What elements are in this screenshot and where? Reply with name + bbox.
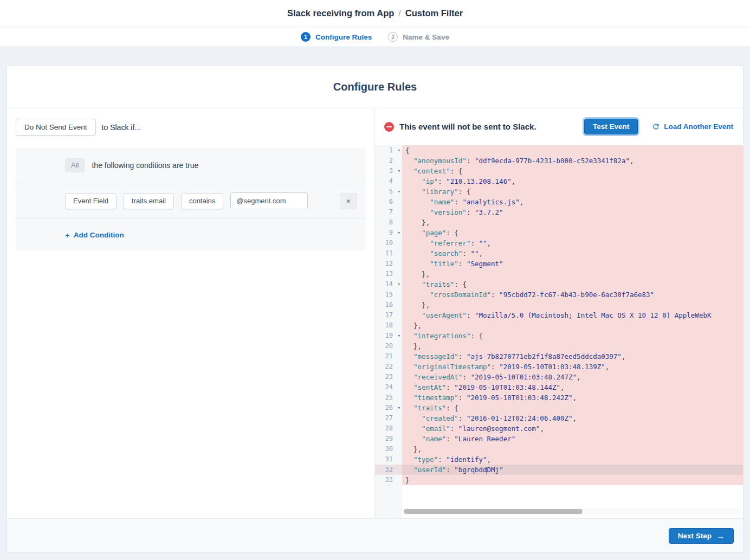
operator-text: the following conditions are true <box>92 161 198 170</box>
configure-rules-card: Configure Rules Do Not Send Event to Sla… <box>7 65 743 553</box>
gutter-line-number[interactable]: 9▾ <box>375 228 402 238</box>
fold-toggle-icon[interactable]: ▾ <box>398 403 400 413</box>
code-line[interactable]: "traits": { <box>402 403 743 413</box>
remove-condition-button[interactable]: × <box>340 193 357 209</box>
operator-button[interactable]: contains <box>181 193 223 209</box>
code-line[interactable]: }, <box>402 320 743 331</box>
next-step-button[interactable]: Next Step → <box>669 528 734 544</box>
gutter-line-number: 10 <box>375 238 402 248</box>
code-line[interactable]: "referrer": "", <box>402 238 743 248</box>
code-line[interactable]: "email": "lauren@segment.com", <box>402 423 743 434</box>
event-preview-panel: This event will not be sent to Slack. Te… <box>375 108 743 518</box>
condition-value-input[interactable] <box>230 192 308 209</box>
code-line[interactable]: "messageId": "ajs-7b8270771eb2f1f8a87eed… <box>402 351 743 362</box>
plus-icon: + <box>65 230 70 240</box>
add-condition-row: + Add Condition <box>16 218 366 250</box>
gutter-line-number: 27 <box>375 413 402 423</box>
step-configure-rules[interactable]: 1 Configure Rules <box>301 32 372 42</box>
code-line[interactable]: "version": "3.7.2" <box>402 207 743 217</box>
code-line[interactable]: "created": "2016-01-12T02:24:06.400Z", <box>402 413 743 423</box>
code-line[interactable]: "sentAt": "2019-05-10T01:03:48.144Z", <box>402 382 743 392</box>
gutter-line-number: 22 <box>375 362 402 372</box>
code-line[interactable]: }, <box>402 444 743 454</box>
code-line[interactable]: { <box>402 145 743 156</box>
operator-badge[interactable]: All <box>65 158 85 172</box>
load-another-event-label: Load Another Event <box>664 123 733 131</box>
code-line[interactable]: "library": { <box>402 186 743 197</box>
card-footer: Next Step → <box>7 518 743 552</box>
fold-toggle-icon[interactable]: ▾ <box>398 331 400 341</box>
breadcrumb: Slack receiving from App / Custom Filter <box>0 0 750 27</box>
add-condition-label: Add Condition <box>74 231 124 239</box>
code-line[interactable]: "search": "", <box>402 248 743 259</box>
condition-group: All the following conditions are true Ev… <box>16 147 366 250</box>
card-title-row: Configure Rules <box>7 66 743 108</box>
code-line[interactable]: "userAgent": "Mozilla/5.0 (Macintosh; In… <box>402 310 743 320</box>
gutter-line-number: 6 <box>375 197 402 207</box>
arrow-right-icon: → <box>716 531 725 540</box>
gutter-line-number[interactable]: 3▾ <box>375 166 402 176</box>
step-2-circle: 2 <box>388 32 398 42</box>
load-another-event-button[interactable]: Load Another Event <box>652 123 733 131</box>
add-condition-button[interactable]: + Add Condition <box>65 230 124 240</box>
horizontal-scrollbar-thumb[interactable] <box>404 509 583 514</box>
fold-toggle-icon[interactable]: ▾ <box>398 145 400 156</box>
code-line[interactable]: "receivedAt": "2019-05-10T01:03:48.247Z"… <box>402 372 743 382</box>
gutter-line-number: 12 <box>375 259 402 269</box>
json-editor[interactable]: 1▾23▾45▾6789▾1011121314▾1516171819▾20212… <box>375 145 743 518</box>
code-line[interactable]: "ip": "210.13.208.146", <box>402 176 743 186</box>
code-line[interactable]: "anonymousId": "ddf9ecda-977b-4231-b000-… <box>402 156 743 166</box>
gutter-line-number: 23 <box>375 372 402 382</box>
code-line[interactable]: "traits": { <box>402 279 743 289</box>
code-line[interactable]: "type": "identify", <box>402 454 743 465</box>
code-line[interactable]: }, <box>402 300 743 310</box>
code-line[interactable]: }, <box>402 217 743 228</box>
card-body: Do Not Send Event to Slack if... All the… <box>7 108 743 518</box>
gutter-line-number: 17 <box>375 310 402 320</box>
breadcrumb-destination: Slack receiving from App <box>287 8 394 18</box>
field-path-button[interactable]: traits.email <box>124 193 174 209</box>
blocked-icon <box>384 122 394 132</box>
gutter-line-number[interactable]: 14▾ <box>375 279 402 289</box>
next-step-label: Next Step <box>678 532 712 540</box>
code-line[interactable]: }, <box>402 269 743 279</box>
gutter-line-number[interactable]: 5▾ <box>375 186 402 197</box>
gutter-line-number: 21 <box>375 351 402 362</box>
gutter-line-number[interactable]: 19▾ <box>375 331 402 341</box>
gutter-line-number: 8 <box>375 217 402 228</box>
gutter-line-number: 30 <box>375 444 402 454</box>
code-line[interactable]: }, <box>402 341 743 351</box>
code-line[interactable]: "timestamp": "2019-05-10T01:03:48.242Z", <box>402 392 743 403</box>
code-line[interactable]: "name": "Lauren Reeder" <box>402 434 743 444</box>
gutter-line-number: 7 <box>375 207 402 217</box>
code-line[interactable]: "integrations": { <box>402 331 743 341</box>
gutter-line-number: 11 <box>375 248 402 259</box>
gutter-line-number: 33 <box>375 475 402 485</box>
gutter-line-number: 16 <box>375 300 402 310</box>
editor-gutter: 1▾23▾45▾6789▾1011121314▾1516171819▾20212… <box>375 145 402 518</box>
fold-toggle-icon[interactable]: ▾ <box>398 228 400 238</box>
gutter-line-number[interactable]: 1▾ <box>375 145 402 156</box>
gutter-line-number[interactable]: 26▾ <box>375 403 402 413</box>
step-name-and-save[interactable]: 2 Name & Save <box>388 32 449 42</box>
gutter-line-number: 28 <box>375 423 402 434</box>
code-line[interactable]: "title": "Segment" <box>402 259 743 269</box>
editor-code[interactable]: { "anonymousId": "ddf9ecda-977b-4231-b00… <box>402 145 743 518</box>
code-line[interactable]: "crossDomainId": "95cbdd72-fc67-4b43-b90… <box>402 289 743 300</box>
code-line[interactable]: } <box>402 475 743 485</box>
gutter-line-number: 18 <box>375 320 402 331</box>
code-line[interactable]: "originalTimestamp": "2019-05-10T01:03:4… <box>402 362 743 372</box>
code-line[interactable]: "context": { <box>402 166 743 176</box>
fold-toggle-icon[interactable]: ▾ <box>398 279 400 289</box>
code-line[interactable]: "userId": "bgrqbddDMj" <box>402 465 743 475</box>
filter-action-button[interactable]: Do Not Send Event <box>16 119 96 136</box>
condition-row: Event Field traits.email contains × <box>16 183 366 218</box>
code-line[interactable]: "name": "analytics.js", <box>402 197 743 207</box>
field-type-button[interactable]: Event Field <box>65 193 117 209</box>
step-1-circle: 1 <box>301 32 311 42</box>
fold-toggle-icon[interactable]: ▾ <box>398 166 400 176</box>
code-line[interactable]: "page": { <box>402 228 743 238</box>
breadcrumb-separator: / <box>398 9 400 18</box>
test-event-button[interactable]: Test Event <box>584 119 638 134</box>
fold-toggle-icon[interactable]: ▾ <box>398 186 400 197</box>
